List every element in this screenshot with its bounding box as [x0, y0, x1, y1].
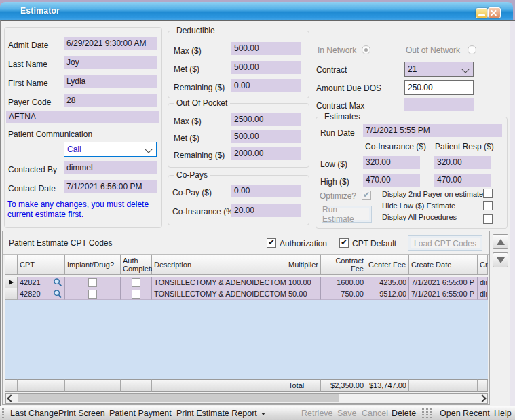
in-network-radio[interactable]: [362, 45, 370, 54]
col-header-auth-complete[interactable]: Auth Complete: [121, 255, 152, 275]
center-fee-cell[interactable]: 4235.00: [366, 277, 409, 288]
col-header-description[interactable]: Description: [152, 255, 286, 275]
display-all-procedures-label: Display All Procedures: [382, 213, 457, 221]
chevron-down-icon: [145, 145, 152, 153]
implant-drug-cell[interactable]: [65, 277, 121, 288]
toolbar-patient-payment[interactable]: Patient Payment: [109, 406, 172, 420]
toolbar-grip: [2, 408, 4, 418]
row-selector[interactable]: [5, 288, 18, 300]
low-label: Low ($): [320, 159, 347, 169]
scroll-up-button[interactable]: [493, 234, 508, 249]
auth-complete-checkbox[interactable]: [132, 290, 140, 299]
center-fee-cell[interactable]: 9512.00: [366, 288, 409, 300]
scroll-right-button[interactable]: [478, 394, 487, 402]
implant-drug-checkbox[interactable]: [88, 290, 97, 299]
toolbar-delete[interactable]: Delete: [392, 406, 416, 420]
selector-col-header: [5, 255, 18, 275]
titlebar[interactable]: Estimator: [0, 2, 513, 21]
auth-complete-cell[interactable]: [121, 288, 152, 300]
multiplier-cell[interactable]: 100.00: [286, 277, 321, 288]
implant-drug-checkbox[interactable]: [88, 278, 97, 287]
hide-low-estimate-checkbox[interactable]: [483, 201, 493, 210]
high-patient-resp-field: 470.00: [434, 174, 491, 187]
implant-drug-cell[interactable]: [65, 288, 121, 300]
deductible-met-field: 500.00: [231, 61, 301, 74]
toolbar-help[interactable]: Help: [494, 406, 512, 420]
toolbar-cancel: Cancel: [362, 406, 388, 420]
toolbar-print-screen[interactable]: Print Screen: [58, 406, 105, 420]
created-by-cell[interactable]: dim: [478, 277, 488, 288]
amount-due-dos-label: Amount Due DOS: [316, 83, 381, 93]
description-cell[interactable]: TONSILLECTOMY & ADENOIDECTOM: [152, 277, 286, 288]
deductible-remaining-label: Remaining ($): [174, 83, 225, 92]
col-header-implant-drug[interactable]: Implant/Drug?: [65, 255, 121, 275]
in-network-label: In Network: [318, 45, 356, 55]
bottom-toolbar: Last Change Print Screen Patient Payment…: [0, 406, 515, 420]
toolbar-separator-grip: [422, 408, 424, 418]
toolbar-print-estimate-report[interactable]: Print Estimate Report: [176, 406, 265, 420]
contract-combo[interactable]: 21: [404, 62, 474, 77]
close-button[interactable]: [488, 7, 501, 18]
table-row[interactable]: 42821 TONSILLECTOMY & ADENOIDECTOM 100.0…: [5, 277, 488, 288]
payer-name-field: AETNA: [6, 111, 159, 123]
total-center-fee: $13,747.00: [366, 379, 409, 392]
auth-complete-checkbox[interactable]: [132, 278, 140, 287]
cpt-grid-header: CPT Implant/Drug? Auth Complete Descript…: [5, 255, 488, 275]
row-selector[interactable]: [5, 277, 18, 288]
oop-max-label: Max ($): [174, 117, 202, 126]
magnifier-icon[interactable]: [53, 278, 62, 287]
co-pays-title: Co-Pays: [174, 170, 210, 180]
estimator-dialog: Estimator Admit Date 6/29/2021 9:30:00 A…: [0, 0, 515, 420]
toolbar-separator-grip: [430, 408, 432, 418]
table-row[interactable]: 42820 TONSILLECTOMY & ADENOIDECTOM 50.00…: [5, 288, 488, 300]
patient-communication-combo[interactable]: Call: [64, 142, 157, 157]
cpt-cell[interactable]: 42820: [18, 288, 65, 300]
minimize-button[interactable]: [476, 8, 488, 18]
contract-max-field: [404, 98, 474, 111]
optimize-label: Optimize?: [320, 191, 356, 201]
amount-due-dos-input[interactable]: 250.00: [404, 80, 474, 95]
description-cell[interactable]: TONSILLECTOMY & ADENOIDECTOM: [152, 288, 286, 300]
oop-max-field: 2500.00: [231, 113, 301, 126]
contract-fee-cell[interactable]: 1600.00: [321, 277, 366, 288]
col-header-multiplier[interactable]: Multiplier: [286, 255, 321, 275]
deductible-max-label: Max ($): [174, 46, 202, 56]
magnifier-icon[interactable]: [53, 289, 62, 299]
toolbar-last-change[interactable]: Last Change: [10, 406, 58, 420]
co-insurance-col-header: Co-Insurance ($): [365, 142, 426, 151]
scrollbar-thumb[interactable]: [18, 394, 339, 402]
high-label: High ($): [320, 177, 349, 187]
cpt-cell[interactable]: 42821: [18, 277, 65, 288]
col-header-cr[interactable]: Cr: [478, 255, 488, 275]
col-header-contract-fee[interactable]: Contract Fee: [321, 255, 366, 275]
created-by-cell[interactable]: dim: [478, 288, 488, 300]
cpt-section-header: Patient Estimate CPT Codes Authorization…: [3, 231, 489, 255]
cpt-default-checkbox[interactable]: [339, 238, 349, 248]
horizontal-scrollbar[interactable]: [5, 393, 488, 404]
toolbar-retrieve: Retrieve: [301, 406, 333, 420]
col-header-create-date[interactable]: Create Date: [409, 255, 478, 275]
authorization-checkbox[interactable]: [267, 238, 276, 248]
create-date-cell[interactable]: 7/1/2021 6:55:00 P: [409, 277, 478, 288]
scroll-left-button[interactable]: [6, 394, 16, 402]
cpt-section: Patient Estimate CPT Codes Authorization…: [2, 231, 490, 405]
toolbar-open-recent[interactable]: Open Recent: [440, 406, 490, 420]
contract-fee-cell[interactable]: 750.00: [321, 288, 366, 300]
authorization-label: Authorization: [280, 239, 327, 248]
create-date-cell[interactable]: 7/1/2021 6:55:00 P: [409, 288, 478, 300]
cpt-section-title: Patient Estimate CPT Codes: [9, 238, 113, 248]
dropdown-arrow-icon: [261, 413, 265, 415]
out-of-network-label: Out of Network: [406, 45, 460, 55]
auth-complete-cell[interactable]: [121, 277, 152, 288]
hide-low-estimate-label: Hide Low ($) Estimate: [382, 202, 455, 210]
col-header-center-fee[interactable]: Center Fee: [366, 255, 409, 275]
col-header-cpt[interactable]: CPT: [18, 255, 65, 275]
display-all-procedures-checkbox[interactable]: [483, 214, 493, 224]
out-of-network-radio[interactable]: [468, 45, 476, 54]
deductible-met-label: Met ($): [174, 64, 199, 74]
multiplier-cell[interactable]: 50.00: [286, 288, 321, 300]
display-2nd-payer-checkbox[interactable]: [483, 189, 493, 198]
payer-code-field: 28: [64, 94, 157, 107]
contact-date-label: Contact Date: [8, 184, 56, 193]
scroll-down-button[interactable]: [493, 252, 508, 267]
